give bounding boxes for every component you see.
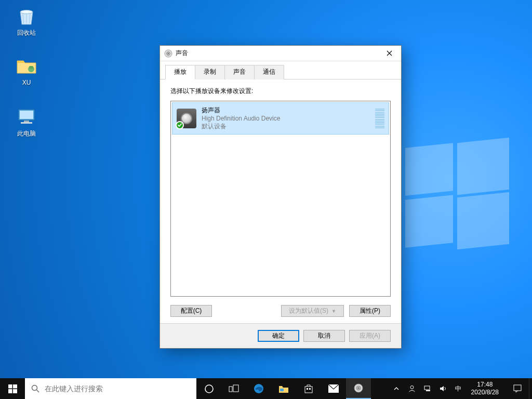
device-text: 扬声器 High Definition Audio Device 默认设备 [202, 106, 280, 131]
svg-rect-30 [426, 390, 430, 391]
set-default-button[interactable]: 设为默认值(S) ▼ [281, 305, 344, 317]
svg-rect-18 [233, 385, 238, 392]
action-center-icon [513, 384, 522, 393]
svg-line-15 [37, 390, 39, 393]
set-default-label: 设为默认值(S) [289, 307, 328, 315]
svg-rect-5 [24, 121, 29, 122]
svg-rect-23 [309, 388, 311, 390]
clock-time: 17:48 [471, 381, 499, 389]
apply-button[interactable]: 应用(A) [349, 330, 391, 342]
taskbar-app-store[interactable] [296, 378, 321, 399]
start-button[interactable] [0, 378, 25, 399]
audio-level-meter [375, 109, 384, 128]
svg-rect-10 [8, 384, 12, 389]
configure-button[interactable]: 配置(C) [170, 305, 212, 317]
cortana-icon [204, 384, 214, 394]
taskbar-search[interactable] [25, 378, 196, 399]
folder-icon [16, 55, 37, 77]
this-pc-icon [16, 106, 37, 128]
instruction-text: 选择以下播放设备来修改设置: [170, 87, 391, 96]
tab-strip: 播放 录制 声音 通信 [160, 61, 401, 79]
tab-sounds[interactable]: 声音 [224, 65, 255, 79]
svg-point-0 [20, 10, 33, 14]
svg-rect-6 [21, 122, 32, 124]
volume-icon [439, 385, 447, 392]
store-icon [303, 383, 314, 394]
svg-point-27 [358, 388, 360, 389]
tray-volume-button[interactable] [438, 378, 448, 399]
taskbar-app-explorer[interactable] [271, 378, 296, 399]
clock-date: 2020/8/28 [471, 389, 499, 396]
taskbar-app-mail[interactable] [321, 378, 346, 399]
svg-point-28 [410, 386, 414, 389]
close-icon [387, 50, 392, 56]
desktop-icon-recycle-bin[interactable]: 回收站 [7, 5, 46, 36]
windows-logo-watermark [405, 145, 509, 249]
taskbar-clock[interactable]: 17:48 2020/8/28 [468, 380, 502, 397]
mail-icon [328, 384, 339, 393]
desktop-icon-this-pc[interactable]: 此电脑 [7, 106, 46, 137]
properties-button[interactable]: 属性(P) [349, 305, 391, 317]
svg-rect-2 [29, 66, 33, 69]
chevron-up-icon [393, 385, 400, 392]
default-check-icon [176, 121, 184, 129]
svg-rect-29 [424, 386, 430, 390]
chevron-down-icon: ▼ [331, 309, 336, 314]
cortana-button[interactable] [196, 378, 221, 399]
search-input[interactable] [45, 378, 190, 399]
dialog-bottom-bar: 确定 取消 应用(A) [160, 323, 401, 348]
task-view-icon [229, 384, 239, 393]
task-view-button[interactable] [221, 378, 246, 399]
device-driver: High Definition Audio Device [202, 115, 280, 122]
file-explorer-icon [278, 383, 289, 394]
svg-rect-17 [229, 387, 232, 392]
tab-recording[interactable]: 录制 [195, 65, 225, 79]
speaker-icon [354, 383, 363, 393]
desktop-icon-label: 此电脑 [7, 130, 46, 137]
cancel-button[interactable]: 取消 [303, 330, 345, 342]
desktop-icon-label: XU [7, 79, 46, 86]
search-icon [31, 384, 39, 393]
desktop-icon-label: 回收站 [7, 29, 46, 36]
svg-point-16 [205, 385, 213, 393]
taskbar-app-sound-dialog[interactable] [346, 378, 371, 399]
tab-playback[interactable]: 播放 [165, 65, 195, 79]
playback-device-list[interactable]: 扬声器 High Definition Audio Device 默认设备 [170, 101, 391, 297]
action-center-button[interactable] [506, 378, 529, 399]
svg-rect-31 [514, 385, 521, 391]
tray-overflow-button[interactable] [391, 378, 402, 399]
network-icon [423, 385, 432, 392]
windows-start-icon [8, 384, 17, 393]
svg-rect-13 [13, 389, 17, 393]
device-item[interactable]: 扬声器 High Definition Audio Device 默认设备 [172, 102, 389, 135]
speaker-icon [164, 49, 172, 58]
svg-rect-4 [20, 111, 33, 119]
recycle-bin-icon [16, 5, 37, 27]
desktop-icon-folder[interactable]: XU [7, 55, 46, 86]
show-desktop-button[interactable] [529, 378, 532, 399]
close-button[interactable] [377, 46, 401, 61]
edge-icon [253, 383, 264, 394]
ime-indicator[interactable]: 中 [454, 378, 463, 399]
tab-communications[interactable]: 通信 [254, 65, 284, 79]
device-status: 默认设备 [202, 122, 280, 131]
svg-rect-11 [13, 384, 17, 389]
svg-point-9 [168, 52, 169, 54]
device-name: 扬声器 [202, 106, 280, 115]
taskbar: 中 17:48 2020/8/28 [0, 378, 532, 399]
tray-people-button[interactable] [407, 378, 417, 399]
taskbar-app-edge[interactable] [246, 378, 271, 399]
tray-network-button[interactable] [422, 378, 433, 399]
svg-rect-20 [280, 389, 284, 391]
sound-dialog: 声音 播放 录制 声音 通信 选择以下播放设备来修改设置: 扬声器 [159, 45, 402, 349]
svg-rect-21 [305, 387, 312, 393]
dialog-title: 声音 [176, 49, 377, 58]
dialog-titlebar[interactable]: 声音 [160, 46, 401, 61]
svg-point-14 [32, 385, 37, 391]
ok-button[interactable]: 确定 [258, 330, 299, 342]
device-icon-wrap [177, 109, 196, 128]
people-icon [408, 384, 416, 393]
svg-rect-22 [307, 388, 308, 390]
system-tray: 中 17:48 2020/8/28 [387, 378, 506, 399]
svg-rect-12 [8, 389, 12, 393]
